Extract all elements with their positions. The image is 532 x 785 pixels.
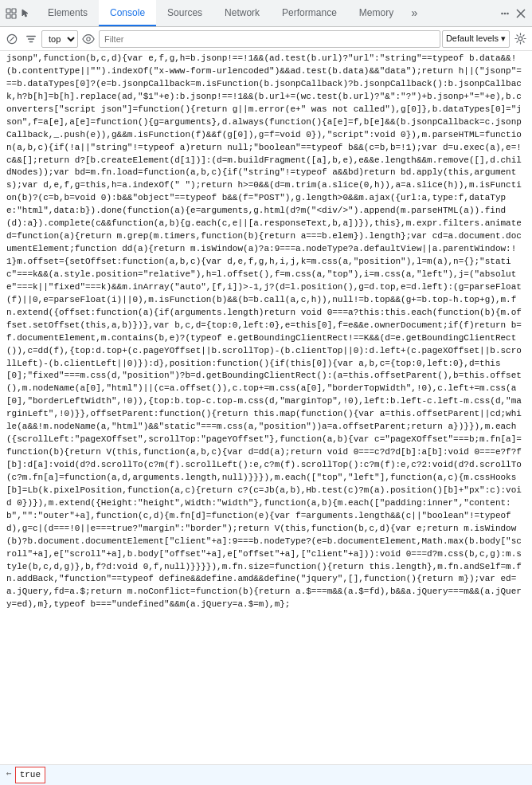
default-levels-dropdown[interactable]: Default levels ▾ — [442, 30, 510, 48]
tab-sources[interactable]: Sources — [156, 0, 213, 26]
tab-end-icons — [494, 0, 532, 26]
svg-rect-1 — [12, 9, 16, 13]
svg-rect-2 — [6, 14, 10, 18]
devtools-icon-area — [0, 0, 37, 26]
svg-point-9 — [518, 37, 522, 41]
tab-spacer — [424, 0, 494, 26]
svg-point-8 — [87, 37, 90, 40]
svg-rect-0 — [6, 9, 10, 13]
devtools-pointer-icon[interactable] — [19, 7, 32, 20]
console-settings-button[interactable] — [511, 30, 529, 48]
svg-point-4 — [501, 12, 503, 14]
clear-console-button[interactable] — [3, 30, 21, 48]
tab-network[interactable]: Network — [213, 0, 271, 26]
devtools-left-icon[interactable] — [5, 7, 18, 20]
tab-performance[interactable]: Performance — [271, 0, 348, 26]
tab-elements[interactable]: Elements — [37, 0, 99, 26]
result-value: true — [15, 767, 45, 783]
filter-input[interactable] — [99, 30, 440, 48]
console-toolbar: top Default levels ▾ — [0, 27, 532, 51]
tab-memory[interactable]: Memory — [348, 0, 405, 26]
console-result-line: ← true — [0, 764, 532, 785]
result-arrow: ← — [6, 767, 12, 781]
close-devtools-icon[interactable] — [514, 7, 527, 20]
tab-overflow-button[interactable]: » — [405, 0, 424, 26]
svg-point-6 — [507, 12, 509, 14]
svg-point-5 — [504, 12, 507, 14]
tab-console[interactable]: Console — [99, 0, 156, 26]
svg-rect-3 — [12, 14, 16, 18]
customize-devtools-icon[interactable] — [499, 7, 511, 20]
console-text-content: jsonp",function(b,c,d){var e,f,g,h=b.jso… — [0, 51, 532, 613]
eye-icon[interactable] — [80, 30, 97, 48]
filter-toggle-button[interactable] — [22, 30, 40, 48]
console-output[interactable]: jsonp",function(b,c,d){var e,f,g,h=b.jso… — [0, 51, 532, 764]
context-select[interactable]: top — [41, 30, 78, 48]
tab-bar: Elements Console Sources Network Perform… — [0, 0, 532, 27]
